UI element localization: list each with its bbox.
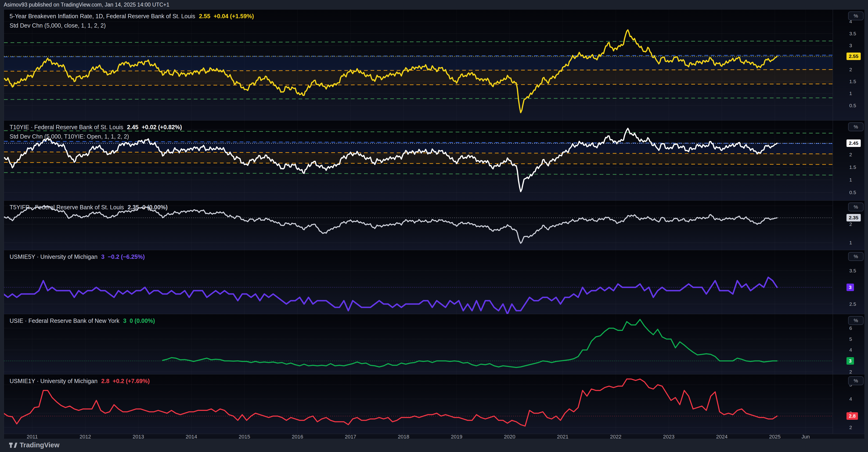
publish-header: Asimov93 published on TradingView.com, J… <box>0 0 868 9</box>
tick-label-usmie1y[interactable]: 4 <box>849 396 852 402</box>
year-label-2025[interactable]: 2025 <box>769 434 781 440</box>
legend-change-usmie1y: +0.2 (+7.69%) <box>113 378 150 384</box>
tick-label-t5yie-breakeven[interactable]: 2 <box>849 67 852 72</box>
legend-title-usie: USIE · Federal Reserve Bank of New York <box>9 318 120 324</box>
tick-label-t5yie-breakeven[interactable]: 3.5 <box>849 31 856 36</box>
tradingview-logo-icon[interactable] <box>9 442 18 449</box>
panel-t5yifr[interactable]: %212.35T5YIFR · Federal Reserve Bank of … <box>4 200 865 250</box>
year-label-2013[interactable]: 2013 <box>132 434 144 440</box>
legend-change-t5yie-breakeven: +0.04 (+1.59%) <box>214 13 254 20</box>
year-label-2023[interactable]: 2023 <box>663 434 675 440</box>
series-line-usmie1y <box>4 379 777 426</box>
tick-label-usie[interactable]: 6 <box>849 325 852 331</box>
tick-label-t5yie-breakeven[interactable]: 0.5 <box>849 103 856 108</box>
publish-header-text: Asimov93 published on TradingView.com, J… <box>4 2 169 8</box>
year-label-Jun[interactable]: Jun <box>801 434 810 440</box>
legend-value-usie: 3 <box>123 318 126 324</box>
year-label-2022[interactable]: 2022 <box>610 434 621 440</box>
panel-t10yie[interactable]: %2.521.510.52.45T10YIE · Federal Reserve… <box>4 120 865 200</box>
legend-title-t5yifr: T5YIFR · Federal Reserve Bank of St. Lou… <box>9 204 124 211</box>
legend-usie[interactable]: USIE · Federal Reserve Bank of New York3… <box>9 318 155 324</box>
panel-t5yie-breakeven[interactable]: %43.532.521.510.52.555-Year Breakeven In… <box>4 9 865 120</box>
legend-value-usmie1y: 2.8 <box>101 378 110 384</box>
legend-value-t5yie-breakeven: 2.55 <box>199 13 210 20</box>
tick-label-usmie5y[interactable]: 3.5 <box>849 268 856 273</box>
tick-label-t10yie[interactable]: 2 <box>849 152 852 157</box>
series-line-usie <box>163 320 777 368</box>
panel-usmie1y[interactable]: %54322.8USMIE1Y · University of Michigan… <box>4 374 865 434</box>
legend-title-usmie5y: USMIE5Y · University of Michigan <box>9 253 97 260</box>
year-label-2019[interactable]: 2019 <box>451 434 462 440</box>
year-label-2015[interactable]: 2015 <box>239 434 250 440</box>
legend-usmie1y[interactable]: USMIE1Y · University of Michigan2.8+0.2 … <box>9 378 150 385</box>
tick-label-t5yie-breakeven[interactable]: 1 <box>849 91 852 96</box>
legend-t10yie[interactable]: T10YIE · Federal Reserve Bank of St. Lou… <box>9 124 182 140</box>
tick-label-t5yifr[interactable]: 2 <box>849 221 852 227</box>
tick-label-t10yie[interactable]: 0.5 <box>849 190 856 195</box>
legend-change-t10yie: +0.02 (+0.82%) <box>142 124 182 130</box>
tick-label-t5yifr[interactable]: 1 <box>849 240 852 246</box>
legend-value-usmie5y: 3 <box>101 253 104 260</box>
year-label-2024[interactable]: 2024 <box>716 434 727 440</box>
price-label-t5yie-breakeven: 2.55 <box>846 53 861 60</box>
panel-usmie5y[interactable]: %3.532.53USMIE5Y · University of Michiga… <box>4 250 865 314</box>
legend-usmie5y[interactable]: USMIE5Y · University of Michigan3−0.2 (−… <box>9 253 145 260</box>
tick-label-t10yie[interactable]: 1 <box>849 177 852 183</box>
year-label-2012[interactable]: 2012 <box>80 434 91 440</box>
legend-indicator-t5yie-breakeven[interactable]: Std Dev Chn (5,000, close, 1, 1, 2, 2) <box>9 22 254 29</box>
legend-change-usie: 0 (0.00%) <box>130 318 155 324</box>
tick-label-usmie1y[interactable]: 2 <box>849 425 852 430</box>
tradingview-brand-text[interactable]: TradingView <box>20 441 59 449</box>
price-label-t5yifr: 2.35 <box>846 214 861 221</box>
year-label-2017[interactable]: 2017 <box>345 434 356 440</box>
year-label-2021[interactable]: 2021 <box>557 434 568 440</box>
panel-usie[interactable]: %654323USIE · Federal Reserve Bank of Ne… <box>4 314 865 374</box>
series-line-t5yifr <box>4 206 777 244</box>
year-label-2016[interactable]: 2016 <box>292 434 303 440</box>
price-label-usmie5y: 3 <box>846 284 854 291</box>
tick-label-usmie5y[interactable]: 2.5 <box>849 301 856 307</box>
tick-label-usie[interactable]: 4 <box>849 347 852 353</box>
legend-change-usmie5y: −0.2 (−6.25%) <box>108 253 145 260</box>
series-line-usmie5y <box>4 277 777 314</box>
legend-value-t10yie: 2.45 <box>127 124 138 130</box>
tick-label-t5yie-breakeven[interactable]: 3 <box>849 43 852 49</box>
unit-button-usie[interactable]: % <box>848 316 864 325</box>
footer-bar: TradingView <box>0 439 868 452</box>
year-label-2018[interactable]: 2018 <box>398 434 409 440</box>
unit-button-t5yie-breakeven[interactable]: % <box>848 11 864 20</box>
legend-indicator-t10yie[interactable]: Std Dev Chn (5,000, T10YIE: Open, 1, 1, … <box>9 133 182 140</box>
legend-t5yie-breakeven[interactable]: 5-Year Breakeven Inflation Rate, 1D, Fed… <box>9 13 254 29</box>
legend-t5yifr[interactable]: T5YIFR · Federal Reserve Bank of St. Lou… <box>9 204 167 211</box>
year-label-2011[interactable]: 2011 <box>27 434 38 440</box>
legend-title-t10yie: T10YIE · Federal Reserve Bank of St. Lou… <box>9 124 123 130</box>
year-label-2020[interactable]: 2020 <box>504 434 516 440</box>
tick-label-usie[interactable]: 5 <box>849 336 852 342</box>
unit-button-t10yie[interactable]: % <box>848 122 864 131</box>
tick-label-usie[interactable]: 2 <box>849 369 852 375</box>
tick-label-t5yie-breakeven[interactable]: 1.5 <box>849 79 856 84</box>
tick-label-t10yie[interactable]: 1.5 <box>849 164 856 170</box>
legend-title-t5yie-breakeven: 5-Year Breakeven Inflation Rate, 1D, Fed… <box>9 13 195 20</box>
year-label-2014[interactable]: 2014 <box>186 434 197 440</box>
price-axis-separator <box>833 9 833 434</box>
chart-frame[interactable]: %43.532.521.510.52.555-Year Breakeven In… <box>4 9 865 439</box>
legend-value-t5yifr: 2.35 <box>128 204 139 211</box>
unit-button-usmie1y[interactable]: % <box>848 376 864 385</box>
legend-change-t5yifr: 0 (0.00%) <box>143 204 167 211</box>
time-axis[interactable]: 2011201220132014201520162017201820192020… <box>4 434 865 439</box>
price-label-t10yie: 2.45 <box>846 139 861 147</box>
unit-button-usmie5y[interactable]: % <box>848 252 864 261</box>
price-label-usie: 3 <box>846 357 854 365</box>
unit-button-t5yifr[interactable]: % <box>848 202 864 212</box>
price-label-usmie1y: 2.8 <box>846 412 858 420</box>
legend-title-usmie1y: USMIE1Y · University of Michigan <box>9 378 97 384</box>
